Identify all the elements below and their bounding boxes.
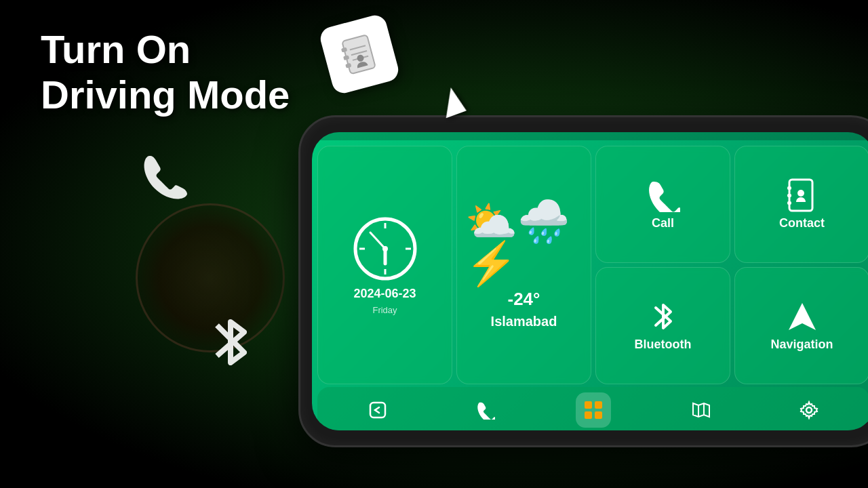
phone-screen: 2024-06-23 Friday ⛅🌧️⚡ -24° Islamabad Ca… bbox=[312, 132, 868, 430]
bottom-nav bbox=[317, 387, 868, 430]
weather-city: Islamabad bbox=[491, 314, 557, 329]
contact-label: Contact bbox=[779, 216, 825, 230]
navigation-label: Navigation bbox=[770, 338, 833, 352]
svg-point-20 bbox=[797, 190, 804, 197]
headline-line1: Turn On bbox=[41, 27, 290, 73]
nav-home-button[interactable] bbox=[576, 392, 611, 428]
left-bluetooth-icon bbox=[200, 312, 261, 386]
clock-date: 2024-06-23 bbox=[353, 287, 416, 301]
svg-line-15 bbox=[370, 232, 385, 249]
weather-icon: ⛅🌧️⚡ bbox=[465, 201, 583, 285]
svg-rect-19 bbox=[787, 201, 791, 205]
nav-settings-button[interactable] bbox=[791, 392, 827, 428]
weather-tile[interactable]: ⛅🌧️⚡ -24° Islamabad bbox=[456, 146, 591, 384]
nav-map-button[interactable] bbox=[684, 392, 719, 428]
bluetooth-label: Bluetooth bbox=[635, 338, 692, 352]
app-grid: 2024-06-23 Friday ⛅🌧️⚡ -24° Islamabad Ca… bbox=[312, 140, 868, 384]
nav-phone-button[interactable] bbox=[468, 392, 503, 428]
clock-tile[interactable]: 2024-06-23 Friday bbox=[317, 146, 452, 384]
nav-back-button[interactable] bbox=[360, 392, 395, 428]
headline: Turn On Driving Mode bbox=[41, 27, 290, 117]
navigation-tile[interactable]: Navigation bbox=[734, 267, 868, 384]
svg-rect-25 bbox=[585, 411, 592, 419]
left-phone-icon bbox=[136, 149, 197, 224]
weather-temperature: -24° bbox=[508, 289, 540, 310]
clock-day: Friday bbox=[372, 305, 397, 315]
svg-marker-27 bbox=[693, 403, 709, 417]
call-label: Call bbox=[652, 216, 674, 230]
svg-rect-24 bbox=[595, 401, 602, 409]
call-tile[interactable]: Call bbox=[595, 146, 730, 263]
svg-marker-21 bbox=[789, 303, 816, 330]
svg-rect-18 bbox=[787, 194, 791, 197]
bluetooth-tile[interactable]: Bluetooth bbox=[595, 267, 730, 384]
svg-rect-22 bbox=[370, 403, 385, 418]
svg-point-30 bbox=[806, 407, 812, 413]
contact-tile[interactable]: Contact bbox=[734, 146, 868, 263]
svg-rect-23 bbox=[585, 401, 592, 409]
svg-rect-17 bbox=[787, 186, 791, 190]
status-bar bbox=[312, 132, 868, 140]
svg-rect-26 bbox=[595, 411, 602, 419]
svg-rect-0 bbox=[342, 35, 376, 74]
headline-line2: Driving Mode bbox=[41, 73, 290, 118]
